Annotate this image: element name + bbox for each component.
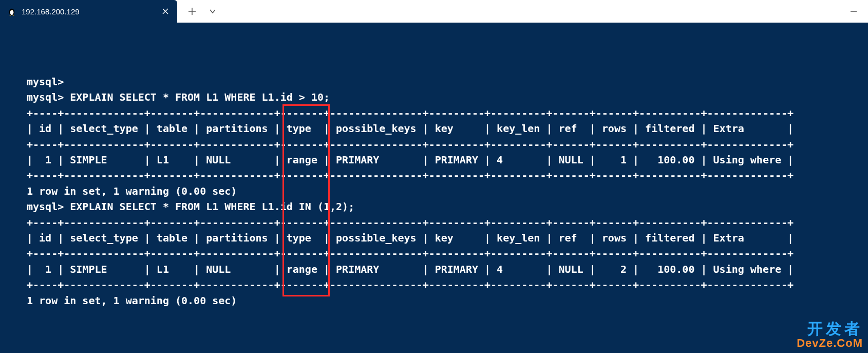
terminal-line: | id | select_type | table | partitions … (27, 230, 794, 246)
tab-title: 192.168.200.129 (22, 7, 156, 16)
terminal-line: +----+-------------+-------+------------… (27, 137, 794, 152)
penguin-icon (7, 7, 16, 16)
terminal-line: +----+-------------+-------+------------… (27, 277, 794, 292)
terminal-line: mysql> EXPLAIN SELECT * FROM L1 WHERE L1… (27, 89, 794, 105)
svg-point-5 (9, 15, 11, 16)
terminal-line: | 1 | SIMPLE | L1 | NULL | range | PRIMA… (27, 262, 794, 277)
svg-point-3 (12, 9, 13, 10)
terminal-line: +----+-------------+-------+------------… (27, 215, 794, 230)
minimize-button[interactable] (839, 0, 868, 23)
svg-point-6 (12, 15, 14, 16)
terminal-line: 1 row in set, 1 warning (0.00 sec) (27, 293, 794, 308)
terminal-line: mysql> (27, 74, 794, 89)
window-controls (839, 0, 868, 23)
watermark: 开发者 DevZe.CoM (797, 321, 863, 349)
terminal-line: | 1 | SIMPLE | L1 | NULL | range | PRIMA… (27, 152, 794, 168)
titlebar: 192.168.200.129 (0, 0, 868, 23)
tab-bar-actions (177, 0, 218, 23)
tab-dropdown-button[interactable] (207, 6, 218, 17)
close-tab-button[interactable] (161, 7, 170, 16)
watermark-top: 开发者 (797, 321, 863, 337)
new-tab-button[interactable] (186, 6, 198, 17)
terminal-body[interactable]: mysql>mysql> EXPLAIN SELECT * FROM L1 WH… (0, 23, 868, 54)
watermark-bottom: DevZe.CoM (797, 337, 863, 349)
svg-point-2 (11, 9, 12, 10)
terminal-tab[interactable]: 192.168.200.129 (0, 0, 177, 23)
terminal-line: | id | select_type | table | partitions … (27, 121, 794, 136)
terminal-line: +----+-------------+-------+------------… (27, 246, 794, 261)
terminal-line: +----+-------------+-------+------------… (27, 105, 794, 121)
terminal-line: +----+-------------+-------+------------… (27, 168, 794, 183)
terminal-line: mysql> EXPLAIN SELECT * FROM L1 WHERE L1… (27, 199, 794, 214)
terminal-line: 1 row in set, 1 warning (0.00 sec) (27, 183, 794, 199)
